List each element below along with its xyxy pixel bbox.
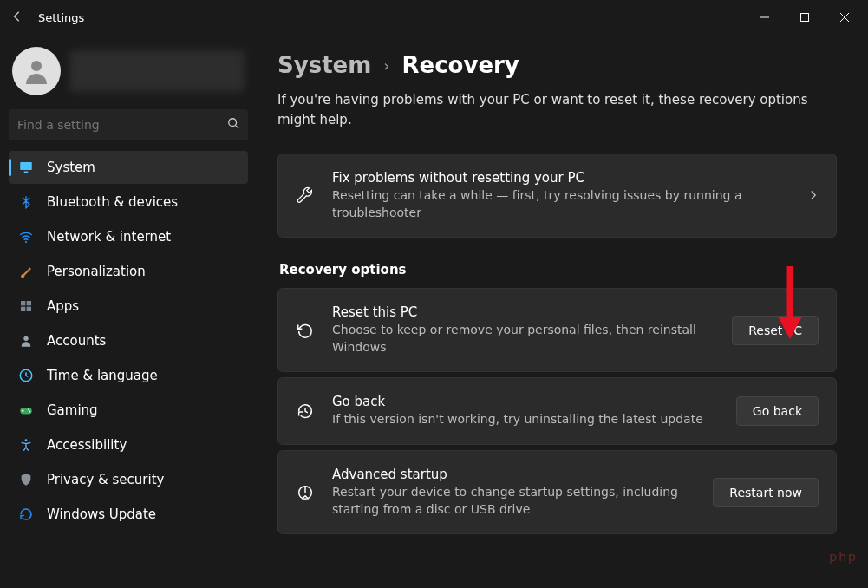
reset-pc-button[interactable]: Reset PC [732,316,819,345]
svg-point-4 [31,61,42,71]
search-icon [227,116,239,133]
minimize-icon [760,13,769,22]
search-box[interactable] [9,109,248,140]
brush-icon [17,263,35,280]
svg-rect-13 [27,307,31,311]
reset-icon [296,321,315,340]
maximize-button[interactable] [785,3,825,31]
minimize-button[interactable] [745,3,785,31]
svg-rect-8 [24,172,29,173]
breadcrumb-current: Recovery [402,52,519,78]
svg-line-6 [236,126,239,129]
breadcrumb: System › Recovery [277,52,837,78]
sidebar-item-label: Time & language [47,368,158,383]
close-button[interactable] [825,3,865,31]
reset-pc-card: Reset this PC Choose to keep or remove y… [277,288,837,372]
search-input[interactable] [17,118,227,132]
card-desc: Choose to keep or remove your personal f… [332,322,715,356]
sidebar-item-system[interactable]: System [9,151,248,184]
gamepad-icon [17,402,35,419]
card-title: Go back [332,394,719,409]
svg-rect-10 [21,301,25,305]
breadcrumb-parent[interactable]: System [277,52,371,78]
arrow-left-icon [11,10,23,23]
power-icon [296,483,315,502]
svg-point-17 [28,408,29,410]
card-title: Fix problems without resetting your PC [332,170,791,186]
maximize-icon [800,13,809,22]
wrench-icon [296,186,315,206]
profile-block[interactable] [9,43,248,99]
svg-rect-7 [20,162,32,170]
svg-rect-1 [801,14,809,22]
sidebar-item-privacy-security[interactable]: Privacy & security [9,463,248,496]
person-icon [21,56,52,87]
svg-rect-11 [27,301,31,305]
person-icon [17,332,35,350]
apps-icon [17,297,35,315]
svg-point-5 [229,119,237,127]
sidebar-item-label: Personalization [47,264,146,279]
sidebar-item-label: Network & internet [47,229,171,245]
sidebar-item-label: Bluetooth & devices [47,194,178,210]
profile-info-redacted [69,50,245,92]
fix-problems-card[interactable]: Fix problems without resetting your PC R… [277,154,837,238]
svg-point-19 [25,439,28,441]
sidebar-item-windows-update[interactable]: Windows Update [9,498,248,531]
card-desc: Resetting can take a while — first, try … [332,187,791,221]
svg-point-14 [23,336,28,341]
sidebar-item-bluetooth-devices[interactable]: Bluetooth & devices [9,186,248,219]
go-back-button[interactable]: Go back [736,396,819,426]
sidebar: SystemBluetooth & devicesNetwork & inter… [0,35,260,588]
svg-point-9 [25,241,27,243]
card-desc: Restart your device to change startup se… [332,484,695,518]
sidebar-item-label: Apps [47,298,79,314]
sidebar-item-label: System [47,160,95,175]
page-description: If you're having problems with your PC o… [277,90,832,129]
wifi-icon [17,228,35,245]
svg-point-18 [29,411,31,413]
sidebar-item-label: Privacy & security [47,472,164,487]
window-title: Settings [31,11,745,24]
restart-now-button[interactable]: Restart now [713,478,819,507]
sidebar-item-personalization[interactable]: Personalization [9,255,248,288]
accessibility-icon [17,436,35,454]
close-icon [840,13,849,22]
chevron-right-icon [808,187,819,204]
card-desc: If this version isn't working, try unins… [332,411,719,428]
go-back-card: Go back If this version isn't working, t… [277,377,837,445]
sidebar-item-label: Accessibility [47,437,127,453]
sidebar-item-label: Gaming [47,402,98,418]
back-button[interactable] [3,10,31,26]
sidebar-item-time-language[interactable]: Time & language [9,359,248,392]
sidebar-item-label: Accounts [47,333,106,349]
card-title: Reset this PC [332,304,715,320]
sidebar-item-gaming[interactable]: Gaming [9,394,248,427]
clock-icon [17,367,35,384]
sidebar-item-accessibility[interactable]: Accessibility [9,428,248,461]
avatar [12,47,61,95]
bluetooth-icon [17,193,35,211]
sidebar-item-label: Windows Update [47,506,156,522]
advanced-startup-card: Advanced startup Restart your device to … [277,450,837,534]
shield-icon [17,471,35,488]
title-bar: Settings [0,0,868,35]
update-icon [17,506,35,523]
monitor-icon [17,159,35,176]
main-content: System › Recovery If you're having probl… [260,35,868,588]
chevron-right-icon: › [383,56,389,75]
sidebar-item-network-internet[interactable]: Network & internet [9,220,248,253]
sidebar-item-apps[interactable]: Apps [9,290,248,323]
sidebar-item-accounts[interactable]: Accounts [9,324,248,357]
section-title: Recovery options [279,262,837,278]
svg-rect-12 [21,307,25,311]
history-icon [296,402,315,421]
card-title: Advanced startup [332,467,695,482]
nav-list: SystemBluetooth & devicesNetwork & inter… [9,151,248,531]
